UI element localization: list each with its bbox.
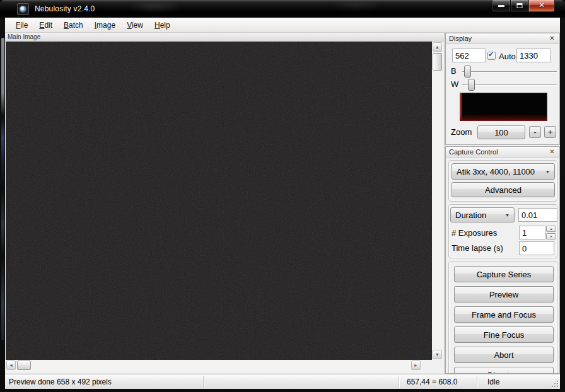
spin-up-icon: ▲ <box>550 227 553 231</box>
histogram-baseline <box>460 114 547 120</box>
glass-edge-left <box>1 38 4 340</box>
horizontal-scroll-thumb[interactable] <box>17 360 31 370</box>
menu-help[interactable]: Help <box>149 19 176 32</box>
resize-grip[interactable] <box>550 379 558 387</box>
menu-view[interactable]: View <box>121 19 149 32</box>
frame-and-focus-button[interactable]: Frame and Focus <box>454 306 554 323</box>
fine-focus-button[interactable]: Fine Focus <box>454 326 554 343</box>
black-slider[interactable] <box>462 71 557 72</box>
menu-bar: File Edit Batch Image View Help <box>5 18 560 33</box>
menu-image[interactable]: Image <box>89 19 121 32</box>
preview-button[interactable]: Preview <box>454 286 554 303</box>
capture-control-panel-title: Capture Control <box>449 148 498 156</box>
status-message: Preview done 658 x 492 pixels <box>9 378 112 386</box>
pixel-info: 657,44 = 608.0 <box>407 378 457 386</box>
display-panel-close-icon[interactable]: ✕ <box>548 35 556 42</box>
duration-select[interactable]: Duration ▼ <box>450 207 515 222</box>
scroll-down-button[interactable]: ▼ <box>433 350 442 359</box>
status-divider <box>203 376 204 388</box>
main-image-pane-title: Main Image <box>5 33 444 42</box>
maximize-button[interactable] <box>511 0 528 12</box>
menu-file[interactable]: File <box>10 19 33 32</box>
caption-button-group: ✕ <box>492 0 555 12</box>
main-image-pane: Main Image ▲ ▼ ◄ ► <box>5 33 445 374</box>
time-lapse-label: Time lapse (s) <box>451 243 503 253</box>
app-window: Nebulosity v2.4.0 ✕ File Edit Batch Imag… <box>0 0 565 392</box>
scroll-right-button[interactable]: ► <box>411 360 421 370</box>
white-slider[interactable] <box>462 84 557 86</box>
tool-panels-column: Display ✕ ✔ Auto B W <box>445 33 560 374</box>
display-panel: Display ✕ ✔ Auto B W <box>445 33 560 145</box>
status-divider <box>477 376 477 388</box>
scroll-left-icon: ◄ <box>9 363 13 367</box>
main-image-canvas[interactable] <box>6 42 432 360</box>
scroll-down-icon: ▼ <box>435 352 440 357</box>
combo-arrow-icon: ▼ <box>545 170 550 174</box>
title-bar[interactable]: Nebulosity v2.4.0 ✕ <box>0 0 565 18</box>
spin-up-button[interactable]: ▲ <box>546 226 556 232</box>
scroll-up-button[interactable]: ▲ <box>433 42 442 52</box>
status-divider <box>399 376 399 388</box>
scroll-left-button[interactable]: ◄ <box>6 360 16 370</box>
capture-buttons-groupbox: Capture Series Preview Frame and Focus F… <box>448 261 557 374</box>
exposure-groupbox: Duration ▼ # Exposures ▲ ▼ Time lapse (s… <box>448 204 557 258</box>
vertical-scroll-thumb[interactable] <box>433 53 442 71</box>
zoom-value-button[interactable]: 100 <box>477 125 525 139</box>
capture-series-button[interactable]: Capture Series <box>454 266 554 282</box>
capture-control-panel-close-icon[interactable]: ✕ <box>548 148 556 155</box>
maximize-icon <box>517 3 523 8</box>
zoom-label: Zoom <box>451 127 472 137</box>
status-bar: Preview done 658 x 492 pixels 657,44 = 6… <box>5 374 560 389</box>
white-level-input[interactable] <box>516 49 550 62</box>
black-slider-label: B <box>451 66 457 76</box>
black-slider-thumb[interactable] <box>464 66 471 78</box>
exposures-spinner: ▲ ▼ <box>546 226 556 239</box>
duration-select-value: Duration <box>455 210 486 220</box>
scroll-up-icon: ▲ <box>435 45 440 49</box>
advanced-button[interactable]: Advanced <box>451 182 555 197</box>
checkmark-icon: ✔ <box>488 50 494 59</box>
close-icon: ✕ <box>529 1 554 9</box>
camera-groupbox: Atik 3xx, 4000, 11000 ▼ Advanced <box>448 160 557 202</box>
white-slider-label: W <box>451 79 458 89</box>
exposures-label: # Exposures <box>451 228 497 238</box>
camera-select-value: Atik 3xx, 4000, 11000 <box>457 167 535 176</box>
histogram <box>460 93 547 121</box>
time-lapse-input[interactable] <box>519 241 554 255</box>
horizontal-scrollbar[interactable]: ◄ ► <box>6 360 421 371</box>
spin-down-button[interactable]: ▼ <box>546 233 556 239</box>
zoom-in-button[interactable]: + <box>544 126 556 138</box>
spin-down-icon: ▼ <box>550 234 553 238</box>
zoom-out-button[interactable]: - <box>529 126 541 138</box>
minimize-button[interactable] <box>492 0 511 12</box>
combo-arrow-icon: ▼ <box>505 213 510 217</box>
capture-control-panel: Capture Control ✕ Atik 3xx, 4000, 11000 … <box>445 146 560 374</box>
close-button[interactable]: ✕ <box>528 0 555 12</box>
camera-select[interactable]: Atik 3xx, 4000, 11000 ▼ <box>451 163 555 180</box>
image-noise <box>6 42 432 360</box>
glass-reflection <box>125 2 185 11</box>
window-title: Nebulosity v2.4.0 <box>35 4 95 13</box>
auto-label: Auto <box>499 52 516 61</box>
abort-button[interactable]: Abort <box>454 347 554 363</box>
directory-button[interactable]: Directory <box>454 367 554 374</box>
display-panel-header: Display ✕ <box>446 33 559 44</box>
capture-control-panel-header: Capture Control ✕ <box>446 147 559 158</box>
auto-checkbox[interactable]: ✔ <box>487 52 496 60</box>
white-slider-thumb[interactable] <box>468 79 475 91</box>
glass-reflection <box>328 1 385 9</box>
menu-edit[interactable]: Edit <box>33 19 58 32</box>
exposures-input[interactable] <box>519 226 545 239</box>
app-state: Idle <box>487 378 499 386</box>
black-level-input[interactable] <box>452 49 486 62</box>
minimize-icon <box>498 5 504 7</box>
app-icon <box>17 3 29 15</box>
client-area: Main Image ▲ ▼ ◄ ► <box>5 33 560 374</box>
duration-input[interactable] <box>518 208 557 222</box>
vertical-scrollbar[interactable]: ▲ ▼ <box>432 42 443 360</box>
scroll-right-icon: ► <box>414 363 418 367</box>
display-panel-title: Display <box>449 35 472 42</box>
menu-batch[interactable]: Batch <box>58 19 89 32</box>
